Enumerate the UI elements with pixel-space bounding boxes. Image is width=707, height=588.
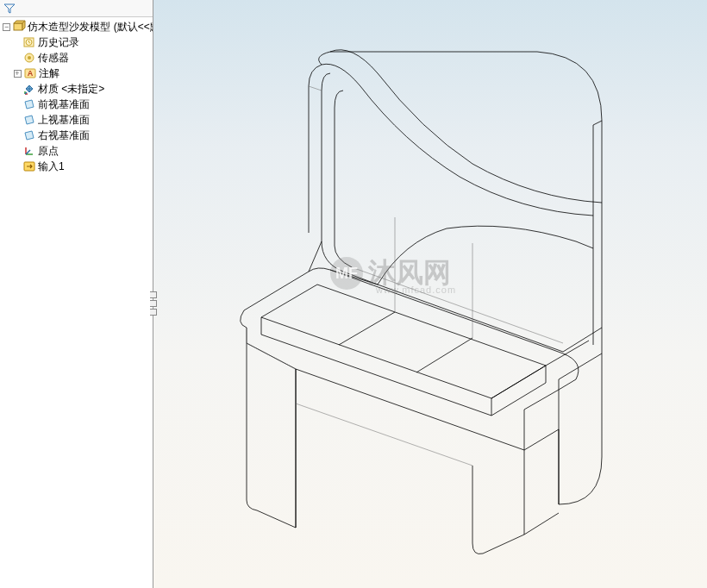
tree-item-annotations[interactable]: + A 注解 bbox=[0, 66, 153, 81]
svg-point-4 bbox=[28, 56, 31, 59]
tree-item-sensors[interactable]: 传感器 bbox=[0, 50, 153, 66]
tree-item-label: 右视基准面 bbox=[38, 128, 90, 143]
origin-icon bbox=[22, 144, 36, 158]
tree-item-origin[interactable]: 原点 bbox=[0, 143, 153, 159]
watermark-logo-icon: MF bbox=[330, 257, 363, 290]
tree-item-label: 历史记录 bbox=[38, 35, 79, 50]
tree-item-history[interactable]: 历史记录 bbox=[0, 34, 153, 50]
tree-root-label: 仿木造型沙发模型 (默认<<默 bbox=[28, 20, 153, 34]
svg-text:A: A bbox=[28, 69, 34, 78]
tree-item-label: 前视基准面 bbox=[38, 97, 90, 112]
sensor-icon bbox=[22, 51, 36, 65]
feature-tree: − 仿木造型沙发模型 (默认<<默 历史记录 bbox=[0, 17, 153, 176]
material-icon bbox=[22, 82, 36, 96]
splitter-notch bbox=[150, 291, 157, 298]
tree-item-label: 注解 bbox=[39, 66, 59, 81]
splitter-notch bbox=[150, 300, 157, 307]
plane-icon bbox=[22, 113, 36, 127]
tree-item-top-plane[interactable]: 上视基准面 bbox=[0, 112, 153, 128]
tree-item-label: 原点 bbox=[38, 144, 59, 159]
expander-icon[interactable]: − bbox=[2, 22, 11, 32]
plane-icon bbox=[22, 97, 36, 111]
part-icon bbox=[12, 20, 26, 34]
tree-root-item[interactable]: − 仿木造型沙发模型 (默认<<默 bbox=[0, 19, 153, 34]
annotation-icon: A bbox=[23, 66, 37, 80]
svg-rect-0 bbox=[14, 23, 22, 30]
tree-item-right-plane[interactable]: 右视基准面 bbox=[0, 128, 153, 143]
tree-item-label: 上视基准面 bbox=[38, 113, 90, 128]
expander-icon[interactable]: + bbox=[12, 68, 22, 78]
feature-tree-panel: − 仿木造型沙发模型 (默认<<默 历史记录 bbox=[0, 0, 153, 588]
graphics-viewport[interactable]: MF 沐风网 www.mfcad.com bbox=[153, 0, 707, 588]
tree-item-front-plane[interactable]: 前视基准面 bbox=[0, 97, 153, 112]
plane-icon bbox=[22, 128, 36, 142]
import-icon bbox=[22, 160, 36, 173]
watermark-url: www.mfcad.com bbox=[376, 285, 456, 295]
tree-item-import1[interactable]: 输入1 bbox=[0, 159, 153, 174]
filter-icon bbox=[3, 3, 16, 15]
tree-item-material[interactable]: 材质 <未指定> bbox=[0, 81, 153, 97]
tree-item-label: 传感器 bbox=[38, 51, 69, 66]
tree-filter-bar[interactable] bbox=[0, 0, 153, 17]
history-icon bbox=[22, 35, 36, 49]
tree-item-label: 材质 <未指定> bbox=[38, 82, 104, 97]
panel-splitter-handle[interactable] bbox=[150, 291, 157, 316]
splitter-notch bbox=[150, 309, 157, 316]
tree-item-label: 输入1 bbox=[38, 160, 65, 174]
